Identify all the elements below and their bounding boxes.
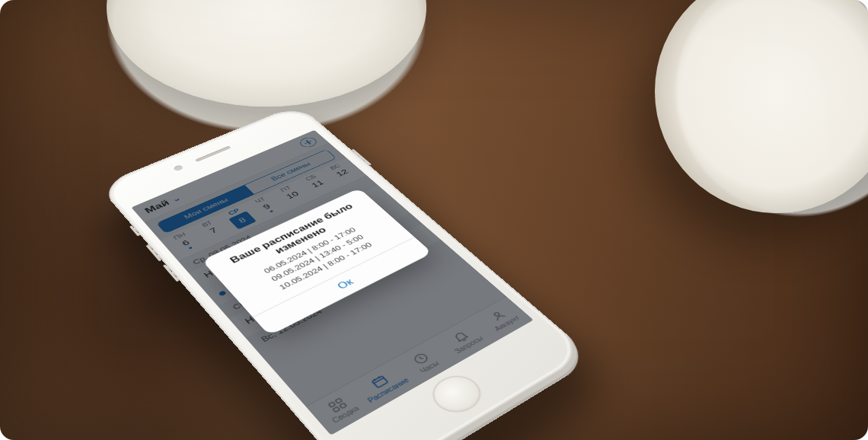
photo-scene: Май ⌄ Мои смены Все смены ПН (0, 0, 868, 440)
bell-icon (449, 328, 472, 345)
calendar-icon (369, 372, 392, 390)
tab-label: Аккаунт (493, 314, 521, 332)
tab-summary[interactable]: Сводка (306, 383, 375, 435)
power-button (351, 149, 372, 166)
front-camera (173, 164, 184, 171)
svg-rect-2 (333, 407, 340, 412)
tab-schedule[interactable]: Расписание (349, 360, 417, 410)
earpiece (195, 145, 231, 162)
tab-label: Запросы (453, 335, 485, 355)
svg-point-5 (413, 352, 429, 365)
svg-rect-3 (340, 403, 346, 408)
svg-point-6 (493, 312, 500, 317)
svg-rect-1 (335, 398, 342, 403)
svg-rect-0 (328, 402, 335, 407)
person-icon (487, 308, 510, 324)
tab-label: Расписание (366, 377, 410, 404)
tab-label: Часы (419, 360, 441, 375)
tab-requests[interactable]: Запросы (431, 317, 496, 363)
clock-icon (410, 350, 433, 368)
svg-rect-4 (372, 376, 388, 387)
iphone-device: Май ⌄ Мои смены Все смены ПН (98, 104, 589, 440)
grid-icon (325, 396, 349, 414)
tab-label: Сводка (330, 404, 360, 424)
tab-account[interactable]: Аккаунт (470, 297, 534, 342)
app-screen: Май ⌄ Мои смены Все смены ПН (131, 130, 533, 435)
